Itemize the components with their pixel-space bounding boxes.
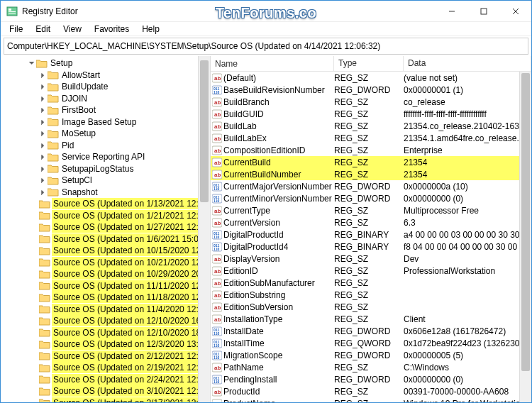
folder-icon	[39, 258, 50, 267]
value-row[interactable]: abBuildLabREG_SZ21354.co_release.210402-…	[211, 120, 531, 132]
value-row[interactable]: ab(Default)REG_SZ(value not set)	[211, 72, 531, 84]
tree-expander[interactable]: ⏷	[28, 57, 36, 69]
value-row[interactable]: 011110PendingInstallREG_DWORD0x00000000 …	[211, 373, 531, 385]
tree-node[interactable]: ⏵Image Based Setup	[1, 116, 210, 128]
tree-expander[interactable]: ⏵	[39, 128, 48, 139]
address-bar[interactable]: Computer\HKEY_LOCAL_MACHINE\SYSTEM\Setup…	[4, 38, 528, 55]
tree-pane[interactable]: ⏷Setup⏵AllowStart⏵BuildUpdate⏵DJOIN⏵Firs…	[1, 56, 211, 402]
col-data[interactable]: Data	[404, 56, 531, 71]
tree-scrollbar[interactable]	[198, 56, 210, 402]
tree-node[interactable]: Source OS (Updated on 2/12/2021 12:12:22…	[1, 350, 210, 363]
value-row[interactable]: abBuildLabExREG_SZ21354.1.amd64fre.co_re…	[211, 132, 531, 144]
tree-node[interactable]: ⏵FirstBoot	[1, 104, 210, 116]
value-row[interactable]: abEditionSubManufacturerREG_SZ	[211, 277, 531, 289]
tree-node[interactable]: Source OS (Updated on 11/4/2020 12:18:55…	[1, 304, 210, 316]
tree-node[interactable]: ⏵MoSetup	[1, 128, 210, 140]
tree-node[interactable]: Source OS (Updated on 12/10/2020 16:22:3…	[1, 315, 210, 327]
folder-icon	[48, 94, 59, 104]
tree-expander[interactable]: ⏵	[39, 93, 48, 104]
tree-node[interactable]: ⏵Pid	[1, 140, 210, 152]
value-row[interactable]: 011110InstallDateREG_DWORD0x606e12a8 (16…	[211, 325, 531, 337]
value-row[interactable]: abBuildBranchREG_SZco_release	[211, 96, 531, 108]
value-row[interactable]: abEditionSubstringREG_SZ	[211, 289, 531, 301]
value-row[interactable]: abCompositionEditionIDREG_SZEnterprise	[211, 144, 531, 156]
tree-expander[interactable]: ⏵	[39, 104, 48, 116]
menu-favorites[interactable]: Favorites	[89, 23, 135, 35]
value-row[interactable]: 011110InstallTimeREG_QWORD0x1d72bea9f224…	[211, 337, 531, 349]
value-row[interactable]: 011110DigitalProductId4REG_BINARYf8 04 0…	[211, 241, 531, 253]
value-row[interactable]: 011110BaseBuildRevisionNumberREG_DWORD0x…	[211, 84, 531, 96]
value-row[interactable]: abProductIdREG_SZ00391-70000-00000-AA608	[211, 385, 531, 397]
value-row[interactable]: abCurrentTypeREG_SZMultiprocessor Free	[211, 204, 531, 216]
value-row[interactable]: abEditionIDREG_SZProfessionalWorkstation	[211, 265, 531, 277]
tree-node[interactable]: ⏵AllowStart	[1, 70, 210, 82]
tree-node[interactable]: Source OS (Updated on 12/10/2020 18:17:4…	[1, 327, 210, 339]
tree-label: FirstBoot	[60, 104, 97, 116]
svg-rect-3	[9, 13, 16, 13]
tree-node[interactable]: ⏵Service Reporting API	[1, 151, 210, 163]
value-type-icon: ab	[211, 363, 223, 372]
tree-expander[interactable]: ⏵	[39, 140, 48, 151]
tree-node[interactable]: Source OS (Updated on 11/18/2020 12:10:2…	[1, 292, 210, 304]
tree-label: Source OS (Updated on 10/15/2020 12:23:1…	[52, 245, 211, 256]
value-data: 0x00000000 (0)	[404, 375, 531, 385]
value-row[interactable]: 011110CurrentMinorVersionNumberREG_DWORD…	[211, 192, 531, 204]
maximize-button[interactable]	[467, 1, 499, 21]
value-name: PathName	[223, 363, 264, 372]
tree-node[interactable]: Source OS (Updated on 2/19/2021 12:07:50…	[1, 362, 210, 374]
svg-text:ab: ab	[214, 208, 221, 214]
tree-expander[interactable]: ⏵	[39, 163, 48, 175]
tree-expander[interactable]: ⏵	[39, 175, 48, 186]
value-row[interactable]: abCurrentVersionREG_SZ6.3	[211, 216, 531, 228]
value-row[interactable]: abBuildGUIDREG_SZffffffff-ffff-ffff-ffff…	[211, 108, 531, 120]
minimize-button[interactable]	[436, 1, 467, 21]
tree-node[interactable]: Source OS (Updated on 1/6/2021 15:04:17)	[1, 233, 210, 245]
menu-file[interactable]: File	[4, 23, 28, 35]
close-button[interactable]	[499, 1, 531, 21]
value-row[interactable]: 011110CurrentMajorVersionNumberREG_DWORD…	[211, 180, 531, 192]
tree-node[interactable]: ⏵BuildUpdate	[1, 81, 210, 93]
tree-node[interactable]: Source OS (Updated on 1/27/2021 12:11:00…	[1, 221, 210, 233]
value-row[interactable]: abDisplayVersionREG_SZDev	[211, 253, 531, 265]
tree-expander[interactable]: ⏵	[39, 81, 48, 92]
value-row[interactable]: abPathNameREG_SZC:\Windows	[211, 361, 531, 373]
col-name[interactable]: Name	[211, 56, 334, 71]
tree-node[interactable]: ⏷Setup	[1, 57, 210, 70]
value-name: InstallTime	[223, 338, 265, 348]
tree-node[interactable]: ⏵SetupapiLogStatus	[1, 163, 210, 175]
menu-view[interactable]: View	[57, 23, 87, 35]
tree-node[interactable]: Source OS (Updated on 10/29/2020 20:12:4…	[1, 268, 210, 280]
tree-node[interactable]: Source OS (Updated on 12/3/2020 13:56:00…	[1, 338, 210, 350]
tree-node[interactable]: ⏵DJOIN	[1, 93, 210, 105]
value-row[interactable]: abInstallationTypeREG_SZClient	[211, 313, 531, 325]
value-row[interactable]: 011110MigrationScopeREG_DWORD0x00000005 …	[211, 349, 531, 361]
svg-text:110: 110	[214, 187, 220, 191]
tree-node[interactable]: Source OS (Updated on 3/17/2021 12:09:02…	[1, 397, 210, 403]
values-scrollbar[interactable]	[519, 72, 531, 402]
value-row[interactable]: abCurrentBuildREG_SZ21354	[211, 156, 531, 168]
value-row[interactable]: abCurrentBuildNumberREG_SZ21354	[211, 168, 531, 180]
tree-node[interactable]: Source OS (Updated on 10/21/2020 12:15:1…	[1, 257, 210, 269]
value-row[interactable]: abProductNameREG_SZWindows 10 Pro for Wo…	[211, 397, 531, 402]
tree-node[interactable]: Source OS (Updated on 3/10/2021 12:13:19…	[1, 385, 210, 397]
tree-node[interactable]: Source OS (Updated on 1/21/2021 12:17:12…	[1, 210, 210, 222]
value-row[interactable]: 011110DigitalProductIdREG_BINARYa4 00 00…	[211, 228, 531, 241]
value-row[interactable]: abEditionSubVersionREG_SZ	[211, 301, 531, 313]
menu-help[interactable]: Help	[136, 23, 165, 35]
value-type: REG_SZ	[334, 290, 404, 300]
tree-node[interactable]: Source OS (Updated on 1/13/2021 12:14:43…	[1, 198, 210, 210]
col-type[interactable]: Type	[334, 56, 404, 71]
menu-edit[interactable]: Edit	[30, 23, 56, 35]
tree-node[interactable]: Source OS (Updated on 11/11/2020 12:06:3…	[1, 280, 210, 292]
tree-expander[interactable]: ⏵	[39, 151, 48, 162]
tree-node[interactable]: Source OS (Updated on 10/15/2020 12:23:1…	[1, 245, 210, 257]
tree-node[interactable]: Source OS (Updated on 2/24/2021 12:19:16…	[1, 374, 210, 386]
tree-expander[interactable]: ⏵	[39, 187, 48, 198]
tree-node[interactable]: ⏵Snapshot	[1, 187, 210, 199]
tree-expander[interactable]: ⏵	[39, 116, 48, 128]
values-pane[interactable]: Name Type Data ab(Default)REG_SZ(value n…	[211, 56, 531, 402]
value-type: REG_BINARY	[334, 242, 404, 252]
column-headers[interactable]: Name Type Data	[211, 56, 531, 72]
tree-expander[interactable]: ⏵	[39, 70, 48, 81]
tree-node[interactable]: ⏵SetupCl	[1, 175, 210, 187]
